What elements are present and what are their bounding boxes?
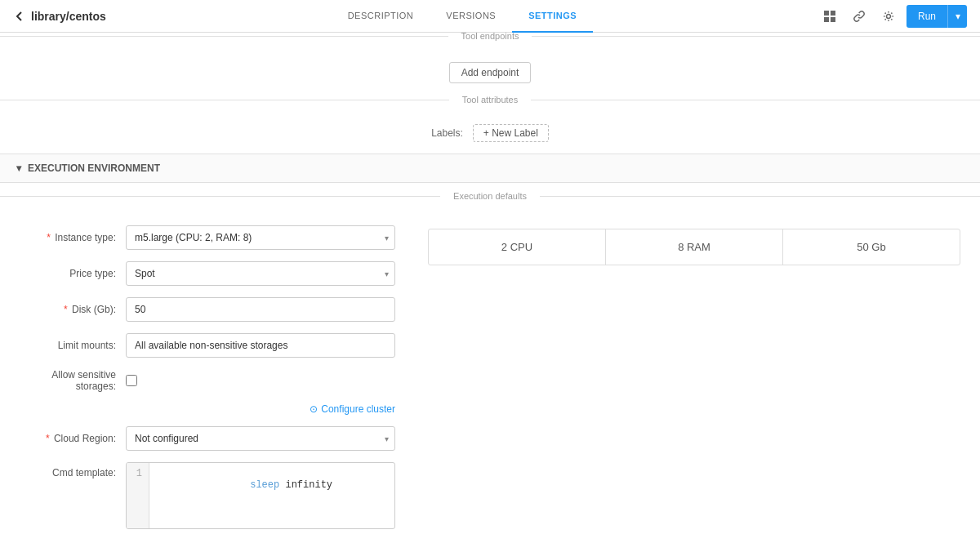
disk-label: * Disk (Gb): (20, 304, 126, 315)
tool-endpoints-section: Add endpoint (0, 52, 980, 96)
execution-defaults-area: * Instance type: m5.large (CPU: 2, RAM: … (0, 212, 980, 552)
code-content[interactable]: sleep infinity (149, 463, 394, 528)
form-right: 2 CPU 8 RAM 50 Gb (428, 225, 960, 541)
instance-type-select[interactable]: m5.large (CPU: 2, RAM: 8) (126, 225, 395, 250)
svg-point-4 (886, 14, 890, 18)
ram-stat: 8 RAM (606, 229, 783, 265)
settings-link-icon: ⊙ (310, 403, 318, 415)
line-number-1: 1 (133, 468, 142, 479)
tool-endpoints-title: Tool endpoints (448, 33, 532, 41)
form-left: * Instance type: m5.large (CPU: 2, RAM: … (20, 225, 395, 541)
required-star: * (47, 232, 51, 243)
stats-box: 2 CPU 8 RAM 50 Gb (428, 229, 960, 265)
tab-navigation: DESCRIPTION VERSIONS SETTINGS (332, 0, 594, 33)
run-dropdown-arrow[interactable]: ▾ (947, 5, 967, 28)
svg-rect-0 (824, 11, 829, 16)
allow-sensitive-checkbox-wrap (126, 375, 137, 386)
allow-sensitive-row: Allow sensitive storages: (20, 369, 395, 392)
price-type-label: Price type: (20, 268, 126, 279)
cloud-region-select-wrap: Not configured ▾ (126, 426, 395, 451)
disk-input[interactable]: 50 (126, 297, 395, 322)
limit-mounts-input[interactable]: All available non-sensitive storages (126, 333, 395, 358)
allow-sensitive-label: Allow sensitive storages: (20, 369, 126, 392)
back-navigation[interactable]: library/centos (13, 10, 106, 23)
grid-view-button[interactable] (818, 5, 841, 28)
tool-endpoints-divider: Tool endpoints (0, 36, 980, 49)
cmd-template-label: Cmd template: (20, 462, 126, 479)
execution-defaults-title: Execution defaults (440, 191, 540, 201)
disk-stat: 50 Gb (783, 229, 960, 265)
link-button[interactable] (848, 5, 871, 28)
svg-rect-2 (824, 17, 829, 22)
cloud-region-star: * (46, 433, 50, 444)
disk-required-star: * (64, 304, 68, 315)
configure-cluster-link[interactable]: ⊙ Configure cluster (310, 403, 395, 415)
labels-label: Labels: (431, 127, 463, 139)
execution-defaults-divider: Execution defaults (0, 196, 980, 209)
instance-type-select-wrap: m5.large (CPU: 2, RAM: 8) ▾ (126, 225, 395, 250)
page-title: library/centos (31, 10, 106, 23)
run-button[interactable]: Run ▾ (906, 5, 967, 28)
cpu-value: 2 CPU (501, 241, 532, 253)
configure-cluster-row: ⊙ Configure cluster (20, 403, 395, 415)
new-label-button[interactable]: + New Label (473, 124, 549, 142)
execution-environment-header[interactable]: ▾ EXECUTION ENVIRONMENT (0, 154, 980, 183)
code-keyword: sleep (250, 479, 279, 491)
header: library/centos DESCRIPTION VERSIONS SETT… (0, 0, 980, 33)
limit-mounts-label: Limit mounts: (20, 340, 126, 351)
tab-description[interactable]: DESCRIPTION (332, 0, 430, 33)
exec-env-chevron: ▾ (16, 162, 21, 174)
cloud-region-row: * Cloud Region: Not configured ▾ (20, 426, 395, 451)
price-type-select-wrap: Spot ▾ (126, 261, 395, 286)
tab-versions[interactable]: VERSIONS (430, 0, 512, 33)
cmd-template-wrap: 1 sleep infinity (126, 462, 395, 529)
cloud-region-label: * Cloud Region: (20, 433, 126, 444)
main-content: Tool endpoints Add endpoint Tool attribu… (0, 33, 980, 552)
line-numbers: 1 (127, 463, 149, 528)
disk-row: * Disk (Gb): 50 (20, 297, 395, 322)
tool-attributes-divider: Tool attributes (0, 100, 980, 113)
tab-settings[interactable]: SETTINGS (512, 0, 593, 33)
svg-rect-3 (831, 17, 835, 22)
cloud-region-select[interactable]: Not configured (126, 426, 395, 451)
instance-type-row: * Instance type: m5.large (CPU: 2, RAM: … (20, 225, 395, 250)
allow-sensitive-checkbox[interactable] (126, 375, 137, 386)
instance-type-label: * Instance type: (20, 232, 126, 243)
labels-row: Labels: + New Label (0, 116, 980, 154)
svg-rect-1 (831, 11, 835, 16)
cmd-template-row: Cmd template: 1 sleep infinity (20, 462, 395, 529)
run-label: Run (906, 5, 947, 28)
ram-value: 8 RAM (678, 241, 710, 253)
settings-button[interactable] (877, 5, 900, 28)
disk-stat-value: 50 Gb (857, 241, 885, 253)
header-actions: Run ▾ (818, 5, 967, 28)
price-type-select[interactable]: Spot (126, 261, 395, 286)
cpu-stat: 2 CPU (429, 229, 606, 265)
cmd-code-editor: 1 sleep infinity (126, 462, 395, 529)
code-editor-inner: 1 sleep infinity (127, 463, 394, 528)
add-endpoint-button[interactable]: Add endpoint (449, 62, 532, 83)
tool-attributes-title: Tool attributes (449, 95, 531, 105)
limit-mounts-row: Limit mounts: All available non-sensitiv… (20, 333, 395, 358)
price-type-row: Price type: Spot ▾ (20, 261, 395, 286)
code-arg: infinity (279, 479, 332, 491)
exec-env-title: EXECUTION ENVIRONMENT (28, 162, 160, 174)
